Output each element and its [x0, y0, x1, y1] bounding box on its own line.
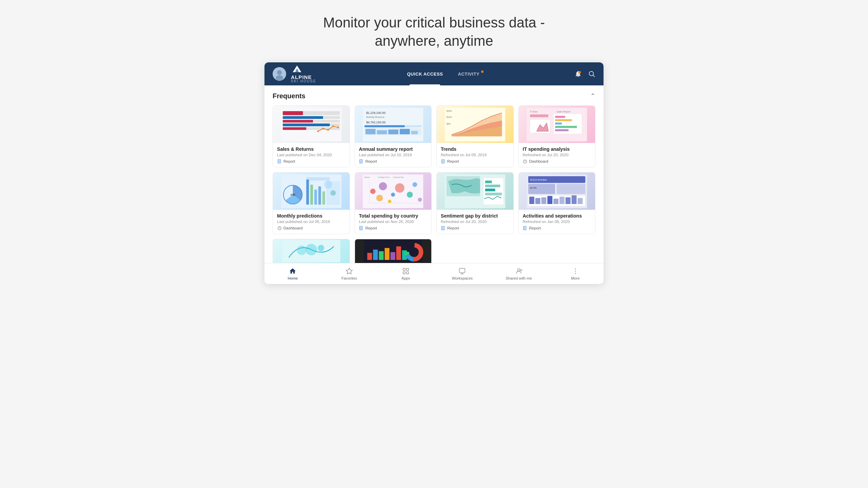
svg-rect-35 [366, 129, 376, 134]
svg-point-79 [330, 190, 336, 196]
svg-point-155 [520, 269, 522, 271]
svg-rect-71 [306, 179, 309, 204]
collapse-icon[interactable]: ⌃ [590, 93, 595, 100]
bottom-nav-workspaces[interactable]: Workspaces [434, 263, 491, 284]
svg-rect-125 [572, 195, 577, 204]
more-label: More [571, 276, 580, 280]
svg-rect-126 [578, 198, 583, 204]
card-date: Refreshed on Jul 20, 2020 [441, 220, 509, 224]
card-title: Sentiment gap by district [441, 213, 509, 219]
svg-text:Channel No.: Channel No. [393, 176, 404, 178]
apps-icon [402, 267, 410, 275]
svg-text:$50: $50 [447, 122, 451, 125]
card-thumb-partial2 [355, 239, 432, 263]
svg-rect-64 [555, 129, 569, 131]
card-date: Refreshed on Jan 08, 2020 [523, 220, 591, 224]
card-it-spending[interactable]: IT Area Sales Report [518, 105, 596, 167]
card-info: Sales & Returns Last published on Dec 04… [273, 143, 350, 167]
header-left: Alpine Ski House [273, 65, 316, 83]
svg-rect-103 [485, 180, 492, 183]
svg-point-88 [376, 195, 383, 201]
tab-activity[interactable]: ACTIVITY [450, 62, 491, 85]
card-type: Dashboard [277, 226, 346, 230]
report-icon [441, 159, 446, 164]
report-icon [359, 226, 364, 230]
card-thumb-sentiment [437, 172, 513, 210]
svg-text:Name: Name [364, 176, 370, 178]
svg-point-86 [379, 182, 387, 190]
svg-rect-138 [379, 251, 383, 260]
svg-rect-139 [385, 248, 390, 260]
card-activities-seperations[interactable]: 49,813 Activities 62.5% [518, 172, 596, 234]
svg-point-89 [395, 183, 405, 192]
svg-rect-115 [557, 184, 585, 194]
card-title: Annual summary report [359, 146, 428, 152]
card-thumb-sales [273, 106, 350, 143]
svg-point-90 [407, 191, 413, 198]
bottom-nav-apps[interactable]: Apps [377, 263, 434, 284]
apps-label: Apps [401, 276, 410, 280]
bottom-nav-shared[interactable]: Shared with me [491, 263, 547, 284]
card-info: Sentiment gap by district Refreshed on J… [437, 210, 513, 234]
svg-rect-39 [411, 131, 418, 134]
card-trends[interactable]: $200 $100 $50 Trends Refreshed on Jul 09… [436, 105, 514, 167]
search-icon[interactable] [588, 70, 595, 78]
card-type: Report [359, 159, 428, 164]
card-thumb-monthly: 21K [273, 172, 350, 210]
card-date: Last published on Jul 09, 2019 [277, 220, 346, 224]
dashboard-icon [277, 226, 282, 230]
svg-rect-137 [373, 249, 378, 260]
svg-point-157 [575, 270, 576, 271]
svg-rect-36 [377, 130, 387, 134]
card-partial-1[interactable] [273, 239, 350, 263]
card-partial-2[interactable] [355, 239, 432, 263]
cards-grid-row3-partial [273, 239, 595, 263]
svg-point-5 [578, 71, 581, 74]
svg-point-153 [517, 268, 520, 271]
report-icon [277, 159, 282, 164]
card-sentiment-gap[interactable]: Sentiment gap by district Refreshed on J… [436, 172, 514, 234]
bell-icon[interactable] [574, 70, 582, 78]
svg-rect-106 [485, 192, 502, 195]
card-type: Dashboard [523, 159, 591, 164]
svg-rect-14 [283, 120, 313, 122]
bottom-nav-favorites[interactable]: Favorites [321, 263, 378, 284]
header-right [574, 70, 595, 78]
more-icon [572, 267, 579, 275]
card-title: Activities and seperations [523, 213, 591, 219]
svg-rect-140 [391, 252, 395, 260]
svg-text:$1,229,100.00: $1,229,100.00 [366, 111, 386, 114]
card-total-spending[interactable]: Name Coding Cont... Channel No. [355, 172, 432, 234]
card-info: Activities and seperations Refreshed on … [519, 210, 595, 234]
svg-rect-146 [403, 268, 405, 270]
card-date: Last published on Dec 04, 2020 [277, 153, 346, 157]
svg-rect-18 [283, 127, 306, 130]
card-annual-summary[interactable]: $1,229,100.00 Monthly Revenue $4,762,150… [355, 105, 432, 167]
card-monthly-predictions[interactable]: 21K Monthly predic [273, 172, 350, 234]
card-sales-returns[interactable]: Sales & Returns Last published on Dec 04… [273, 105, 350, 167]
card-title: Total spending by country [359, 213, 428, 219]
card-title: Trends [441, 146, 509, 152]
svg-rect-58 [530, 114, 548, 117]
card-thumb-activities: 49,813 Activities 62.5% [519, 172, 595, 210]
bottom-nav-more[interactable]: More [547, 263, 604, 284]
card-thumb-total: Name Coding Cont... Channel No. [355, 172, 432, 210]
svg-point-158 [575, 273, 576, 274]
avatar[interactable] [273, 67, 286, 81]
svg-text:Monthly Revenue: Monthly Revenue [366, 116, 384, 118]
hero-title-line1: Monitor your critical business data - [323, 15, 545, 30]
tab-quick-access[interactable]: QUICK ACCESS [399, 62, 450, 85]
home-label: Home [288, 276, 298, 280]
svg-rect-16 [283, 123, 330, 126]
bottom-nav-home[interactable]: Home [264, 263, 321, 284]
svg-rect-124 [566, 197, 571, 204]
svg-point-78 [324, 180, 332, 188]
card-type: Report [523, 226, 591, 230]
page-wrapper: Monitor your critical business data - an… [264, 14, 604, 284]
card-type: Report [359, 226, 428, 230]
card-date: Last published on Jul 10, 2019 [359, 153, 428, 157]
svg-rect-136 [367, 253, 372, 260]
card-placeholder-3 [436, 239, 514, 263]
card-info: Total spending by country Last published… [355, 210, 432, 234]
card-info: Trends Refreshed on Jul 09, 2019 Report [437, 143, 513, 167]
